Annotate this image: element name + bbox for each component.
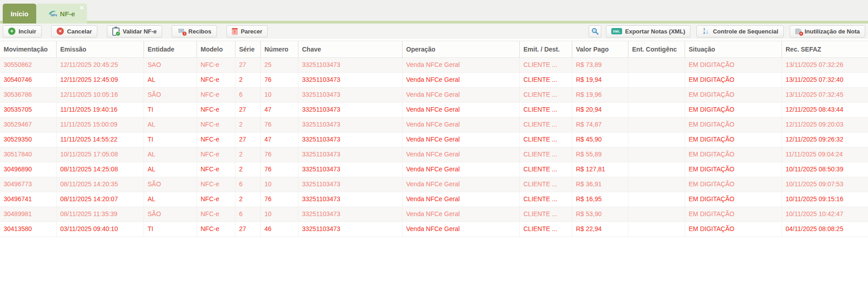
cell-valor-pago[interactable]: R$ 55,89 xyxy=(572,147,628,162)
cell-numero[interactable]: 10 xyxy=(261,88,298,102)
cell-ent-contigenc[interactable] xyxy=(628,207,685,222)
cell-modelo[interactable]: NFC-e xyxy=(197,222,235,236)
cancelar-button[interactable]: Cancelar xyxy=(51,25,97,38)
table-row[interactable]: 3053570511/11/2025 19:40:16TINFC-e274733… xyxy=(0,103,868,118)
cell-modelo[interactable]: NFC-e xyxy=(197,177,235,192)
cell-serie[interactable]: 27 xyxy=(235,103,261,117)
cell-movimentacao[interactable]: 30529467 xyxy=(0,118,57,132)
table-row[interactable]: 3051784010/11/2025 17:05:08ALNFC-e276332… xyxy=(0,147,868,162)
cell-modelo[interactable]: NFC-e xyxy=(197,73,235,87)
cell-emissao[interactable]: 12/11/2025 10:05:16 xyxy=(57,88,144,102)
cell-chave[interactable]: 33251103473 xyxy=(298,147,403,162)
cell-entidade[interactable]: AL xyxy=(144,73,197,87)
cell-emit-dest[interactable]: CLIENTE ... xyxy=(520,192,572,207)
column-header-numero[interactable]: Número xyxy=(261,41,298,57)
cell-modelo[interactable]: NFC-e xyxy=(197,147,235,162)
cell-ent-contigenc[interactable] xyxy=(628,103,685,117)
cell-rec-sefaz[interactable]: 12/11/2025 09:26:32 xyxy=(782,132,868,147)
cell-operacao[interactable]: Venda NFCe Geral xyxy=(403,207,520,222)
cell-situacao[interactable]: EM DIGITAÇÃO xyxy=(685,103,782,117)
cell-rec-sefaz[interactable]: 12/11/2025 08:43:44 xyxy=(782,103,868,117)
cell-chave[interactable]: 33251103473 xyxy=(298,118,403,132)
incluir-button[interactable]: Incluir xyxy=(3,25,42,38)
table-row[interactable]: 3055086212/11/2025 20:45:25SAONFC-e27253… xyxy=(0,58,868,73)
cell-valor-pago[interactable]: R$ 19,96 xyxy=(572,88,628,102)
cell-emit-dest[interactable]: CLIENTE ... xyxy=(520,103,572,117)
column-header-movimentacao[interactable]: Movimentação xyxy=(0,41,57,57)
cell-ent-contigenc[interactable] xyxy=(628,58,685,72)
cell-situacao[interactable]: EM DIGITAÇÃO xyxy=(685,118,782,132)
cell-ent-contigenc[interactable] xyxy=(628,177,685,192)
cell-movimentacao[interactable]: 30517840 xyxy=(0,147,57,162)
cell-chave[interactable]: 33251103473 xyxy=(298,73,403,87)
cell-rec-sefaz[interactable]: 13/11/2025 07:32:26 xyxy=(782,58,868,72)
cell-rec-sefaz[interactable]: 04/11/2025 08:08:25 xyxy=(782,222,868,236)
cell-ent-contigenc[interactable] xyxy=(628,192,685,207)
cell-serie[interactable]: 27 xyxy=(235,222,261,236)
cell-entidade[interactable]: AL xyxy=(144,118,197,132)
cell-movimentacao[interactable]: 30496773 xyxy=(0,177,57,192)
table-row[interactable]: 3049677308/11/2025 14:20:35SÃONFC-e61033… xyxy=(0,177,868,192)
cell-emit-dest[interactable]: CLIENTE ... xyxy=(520,222,572,236)
cell-serie[interactable]: 2 xyxy=(235,147,261,162)
cell-ent-contigenc[interactable] xyxy=(628,162,685,177)
cell-ent-contigenc[interactable] xyxy=(628,118,685,132)
cell-rec-sefaz[interactable]: 10/11/2025 08:50:39 xyxy=(782,162,868,177)
cell-operacao[interactable]: Venda NFCe Geral xyxy=(403,162,520,177)
cell-emissao[interactable]: 12/11/2025 20:45:25 xyxy=(57,58,144,72)
cell-serie[interactable]: 27 xyxy=(235,132,261,147)
cell-emissao[interactable]: 11/11/2025 14:55:22 xyxy=(57,132,144,147)
cell-numero[interactable]: 47 xyxy=(261,103,298,117)
cell-movimentacao[interactable]: 30529350 xyxy=(0,132,57,147)
cell-entidade[interactable]: TI xyxy=(144,132,197,147)
cell-rec-sefaz[interactable]: 10/11/2025 10:42:47 xyxy=(782,207,868,222)
controle-sequencial-button[interactable]: 12 ↓ Controle de Sequencial xyxy=(696,25,783,38)
column-header-modelo[interactable]: Modelo xyxy=(197,41,235,57)
cell-entidade[interactable]: TI xyxy=(144,222,197,236)
cell-movimentacao[interactable]: 30550862 xyxy=(0,58,57,72)
cell-ent-contigenc[interactable] xyxy=(628,147,685,162)
cell-ent-contigenc[interactable] xyxy=(628,88,685,102)
cell-modelo[interactable]: NFC-e xyxy=(197,118,235,132)
cell-operacao[interactable]: Venda NFCe Geral xyxy=(403,118,520,132)
cell-valor-pago[interactable]: R$ 20,94 xyxy=(572,103,628,117)
cell-emissao[interactable]: 11/11/2025 15:00:09 xyxy=(57,118,144,132)
cell-emit-dest[interactable]: CLIENTE ... xyxy=(520,207,572,222)
cell-situacao[interactable]: EM DIGITAÇÃO xyxy=(685,207,782,222)
cell-serie[interactable]: 2 xyxy=(235,162,261,177)
cell-numero[interactable]: 76 xyxy=(261,73,298,87)
cell-emissao[interactable]: 08/11/2025 11:35:39 xyxy=(57,207,144,222)
cell-rec-sefaz[interactable]: 13/11/2025 07:32:40 xyxy=(782,73,868,87)
cell-emit-dest[interactable]: CLIENTE ... xyxy=(520,132,572,147)
cell-modelo[interactable]: NFC-e xyxy=(197,88,235,102)
column-header-emit-dest[interactable]: Emit. / Dest. xyxy=(520,41,572,57)
column-header-operacao[interactable]: Operação xyxy=(403,41,520,57)
cell-operacao[interactable]: Venda NFCe Geral xyxy=(403,58,520,72)
cell-situacao[interactable]: EM DIGITAÇÃO xyxy=(685,162,782,177)
cell-rec-sefaz[interactable]: 10/11/2025 09:07:53 xyxy=(782,177,868,192)
table-row[interactable]: 3041358003/11/2025 09:40:10TINFC-e274633… xyxy=(0,222,868,237)
cell-serie[interactable]: 2 xyxy=(235,73,261,87)
cell-serie[interactable]: 2 xyxy=(235,118,261,132)
cell-situacao[interactable]: EM DIGITAÇÃO xyxy=(685,58,782,72)
cell-chave[interactable]: 33251103473 xyxy=(298,192,403,207)
cell-operacao[interactable]: Venda NFCe Geral xyxy=(403,192,520,207)
cell-valor-pago[interactable]: R$ 53,90 xyxy=(572,207,628,222)
cell-situacao[interactable]: EM DIGITAÇÃO xyxy=(685,73,782,87)
column-header-ent-contigenc[interactable]: Ent. Contigênc xyxy=(628,41,685,57)
exportar-notas-xml-button[interactable]: XML Exportar Notas (XML) xyxy=(606,25,691,38)
column-header-entidade[interactable]: Entidade xyxy=(144,41,197,57)
table-row[interactable]: 3049689008/11/2025 14:25:08ALNFC-e276332… xyxy=(0,162,868,177)
cell-modelo[interactable]: NFC-e xyxy=(197,192,235,207)
cell-entidade[interactable]: SÃO xyxy=(144,177,197,192)
validar-nfe-button[interactable]: Validar NF-e xyxy=(107,25,162,38)
cell-entidade[interactable]: SÃO xyxy=(144,88,197,102)
cell-valor-pago[interactable]: R$ 16,95 xyxy=(572,192,628,207)
cell-ent-contigenc[interactable] xyxy=(628,73,685,87)
cell-emit-dest[interactable]: CLIENTE ... xyxy=(520,88,572,102)
cell-emit-dest[interactable]: CLIENTE ... xyxy=(520,177,572,192)
cell-numero[interactable]: 76 xyxy=(261,162,298,177)
tab-inicio[interactable]: Início xyxy=(3,4,36,24)
cell-valor-pago[interactable]: R$ 36,91 xyxy=(572,177,628,192)
cell-chave[interactable]: 33251103473 xyxy=(298,207,403,222)
